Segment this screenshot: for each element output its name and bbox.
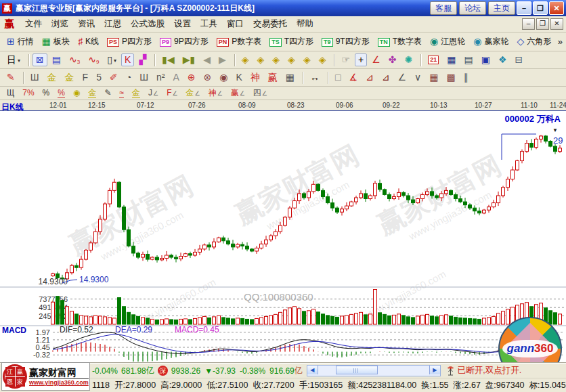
diamond-h-button[interactable]: ◈ <box>269 53 283 66</box>
minimize-button[interactable]: – <box>517 1 531 15</box>
n2-tool-button[interactable]: n² <box>153 71 168 84</box>
pattern-tool-button[interactable]: ✤ <box>385 53 400 66</box>
scrollbar-thumb[interactable] <box>336 366 378 374</box>
p-number-table-button[interactable]: PNP数字表 <box>213 35 265 48</box>
print-button[interactable]: ⊟ <box>512 53 527 66</box>
last-page-button[interactable]: ▶▮ <box>179 53 198 66</box>
export-button[interactable]: ❖ <box>495 53 510 66</box>
win-tool-button[interactable]: 赢 <box>265 71 281 84</box>
9t-square-button[interactable]: T99T四方形 <box>318 35 373 48</box>
grid-fence-button[interactable]: Ш <box>27 71 43 84</box>
four-angle-button[interactable]: 四∠ <box>250 87 271 99</box>
menu-item-6[interactable]: 工具 <box>196 17 222 31</box>
gann-wheel-button[interactable]: ◉江恩轮 <box>427 35 469 48</box>
menu-item-2[interactable]: 资讯 <box>73 17 100 31</box>
gold-fence-1-button[interactable]: 金 <box>44 71 60 84</box>
t-square-button[interactable]: TST四方形 <box>266 35 317 48</box>
forum-button[interactable]: 论坛 <box>459 1 486 15</box>
pen-ruler-button[interactable]: ✎ <box>101 87 114 99</box>
gold-angle-button[interactable]: 金∠ <box>183 87 204 99</box>
wave-9-button[interactable]: ∿9 <box>85 53 102 66</box>
connection-status[interactable]: 已断开,双点打开. <box>458 365 521 376</box>
angle-lines-button[interactable]: ∠ <box>395 71 410 84</box>
width-measure-button[interactable]: ↔ <box>307 71 323 84</box>
kline-mode-button[interactable]: K <box>121 53 134 66</box>
a-marker-button[interactable]: A <box>169 71 182 84</box>
clock-tool-button[interactable]: ◔ <box>123 71 135 84</box>
ratio-fence-button[interactable]: Щ <box>3 87 18 99</box>
gold-circle-button[interactable]: ◉ <box>70 87 83 99</box>
next-page-button[interactable]: ▶ <box>215 53 230 66</box>
calendar-button[interactable]: 21 <box>424 54 442 66</box>
notes-button[interactable]: ▤ <box>460 53 476 66</box>
close-button[interactable]: ✕ <box>549 1 564 15</box>
child-restore-button[interactable]: ❐ <box>536 18 549 30</box>
winner-wheel-button[interactable]: ◉赢家轮 <box>470 35 512 48</box>
wave-3-button[interactable]: ∿3 <box>66 53 83 66</box>
menu-item-9[interactable]: 帮助 <box>292 17 318 31</box>
shen-tool-button[interactable]: 神 <box>247 71 263 84</box>
square-grid-1-button[interactable]: ▦ <box>426 71 441 84</box>
hexagon-button[interactable]: ◇六角形 <box>513 35 554 48</box>
gold-line-button[interactable]: 金 <box>85 87 100 100</box>
chart-window-button[interactable]: ⊠ <box>32 53 47 66</box>
prev-page-button[interactable]: ◀ <box>200 53 214 66</box>
color-chart-button[interactable]: ▞ <box>135 53 150 66</box>
save-button[interactable]: ▣ <box>478 53 494 66</box>
homepage-button[interactable]: 主页 <box>488 1 515 15</box>
diamond-left-button[interactable]: ◈ <box>238 53 253 66</box>
menu-item-1[interactable]: 浏览 <box>47 17 73 31</box>
menu-item-0[interactable]: 文件 <box>20 17 47 31</box>
percent-line-button[interactable]: % <box>54 87 68 100</box>
scroll-right-arrow[interactable]: ▶ <box>429 366 440 374</box>
ruler-grid-button[interactable]: ▦ <box>282 71 298 84</box>
period-daily-dropdown[interactable]: 日▾ <box>3 53 24 66</box>
p-square-button[interactable]: PSP四方形 <box>104 35 155 48</box>
menu-item-3[interactable]: 江恩 <box>100 17 126 31</box>
j-angle-button[interactable]: J∠ <box>145 87 162 99</box>
gann-fan-button[interactable]: ∡ <box>346 71 362 84</box>
parallel-lines-button[interactable]: ∥ <box>460 71 472 84</box>
horizontal-scrollbar[interactable]: ◀ ▶ <box>307 365 441 376</box>
kline-button[interactable]: ♯K线 <box>74 35 102 48</box>
candle-style-dropdown[interactable]: ▯▾ <box>104 53 120 66</box>
f-angle-button[interactable]: F∠ <box>163 87 181 99</box>
menu-item-7[interactable]: 窗口 <box>222 17 248 31</box>
five-fence-button[interactable]: 5 <box>93 71 105 84</box>
child-close-button[interactable]: ✕ <box>550 18 563 30</box>
9p-square-button[interactable]: P99P四方形 <box>156 35 212 48</box>
service-button[interactable]: 客服 <box>430 1 457 15</box>
diamond-all-button[interactable]: ◈ <box>315 53 330 66</box>
crosshair-button[interactable]: + <box>355 53 367 66</box>
win-angle-button[interactable]: 赢∠ <box>227 87 248 99</box>
box-tool-button[interactable]: □ <box>332 71 344 84</box>
hand-tool-button[interactable]: ☞ <box>338 53 353 66</box>
menu-item-5[interactable]: 设置 <box>169 17 196 31</box>
v-lines-button[interactable]: ∨ <box>411 71 424 84</box>
wheel-tool-button[interactable]: ⊛ <box>200 71 215 84</box>
angle-line-button[interactable]: ∠ <box>368 53 384 66</box>
quotes-button[interactable]: ⊞行情 <box>3 35 37 48</box>
t-number-table-button[interactable]: TNT数字表 <box>374 35 425 48</box>
gold-fence-2-button[interactable]: 金 <box>62 71 78 84</box>
box-fan-1-button[interactable]: ⊿ <box>362 71 377 84</box>
calculator-button[interactable]: ▦ <box>443 53 459 66</box>
info-panel-button[interactable]: ▤ <box>49 53 64 66</box>
chart-canvas[interactable]: 赢家财富网www.yingjia360.com赢家财富网www.yingjia3… <box>0 111 566 363</box>
f-fence-button[interactable]: F <box>79 71 92 84</box>
diamond-right-button[interactable]: ◈ <box>254 53 268 66</box>
percent-button[interactable]: % <box>39 87 53 99</box>
menu-item-8[interactable]: 交易委托 <box>248 17 292 31</box>
scroll-left-arrow[interactable]: ◀ <box>307 366 318 374</box>
square-grid-2-button[interactable]: ▩ <box>443 71 459 84</box>
compass-tool-button[interactable]: ⊕ <box>184 71 199 84</box>
shen-angle-button[interactable]: 神∠ <box>205 87 226 99</box>
restore-button[interactable]: ❐ <box>533 1 548 15</box>
spiral-tool-button[interactable]: ✺ <box>401 53 416 66</box>
wave-band-button[interactable]: ≈ <box>116 87 127 100</box>
gold-underline-button[interactable]: 金 <box>129 87 144 100</box>
child-minimize-button[interactable]: – <box>522 18 535 30</box>
box-fan-2-button[interactable]: ⊿ <box>378 71 393 84</box>
percent-7-button[interactable]: 7% <box>19 87 37 99</box>
toolbar-overflow-button[interactable]: » <box>558 37 563 47</box>
